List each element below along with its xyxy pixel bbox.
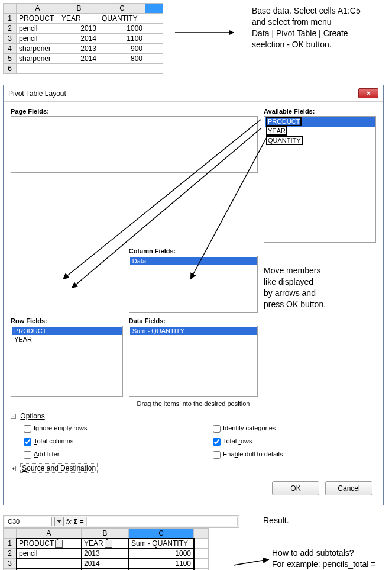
- row-field-item[interactable]: YEAR: [12, 335, 122, 343]
- column-fields-listbox[interactable]: Data: [129, 256, 258, 313]
- cell[interactable]: [194, 559, 209, 569]
- row-header[interactable]: 5: [4, 54, 17, 64]
- cell[interactable]: [194, 539, 209, 549]
- cell[interactable]: [145, 64, 163, 74]
- col-header-a[interactable]: A: [17, 4, 59, 14]
- col-header-extra[interactable]: [194, 529, 209, 539]
- row-header[interactable]: 2: [4, 24, 17, 34]
- cell[interactable]: PRODUCT: [17, 14, 59, 24]
- cell[interactable]: 800: [99, 54, 145, 64]
- row-header[interactable]: 3: [4, 34, 17, 44]
- cell[interactable]: YEAR: [59, 14, 99, 24]
- row-header[interactable]: 1: [4, 539, 17, 549]
- cell[interactable]: [59, 64, 99, 74]
- cell[interactable]: [145, 14, 163, 24]
- available-field-item[interactable]: PRODUCT: [265, 117, 375, 127]
- cell[interactable]: 2013: [59, 24, 99, 34]
- options-expander[interactable]: − Options: [11, 412, 376, 420]
- formula-input[interactable]: [86, 517, 238, 526]
- cell[interactable]: 2014: [82, 559, 129, 569]
- annotation-line: seelction - OK button.: [252, 39, 361, 50]
- col-header-b[interactable]: B: [59, 4, 99, 14]
- formula-bar: C30 fx Σ =: [3, 515, 239, 528]
- drag-message: Drag the items into the desired position: [11, 400, 376, 407]
- arrow-icon: [234, 559, 269, 565]
- cell[interactable]: Sum - QUANTITY: [129, 539, 194, 549]
- col-header-c[interactable]: C: [99, 4, 145, 14]
- data-fields-listbox[interactable]: Sum - QUANTITY: [129, 326, 258, 397]
- cell[interactable]: 1000: [129, 549, 194, 559]
- row-header[interactable]: 1: [4, 14, 17, 24]
- ok-button[interactable]: OK: [272, 481, 319, 495]
- data-field-item[interactable]: Sum - QUANTITY: [130, 327, 257, 335]
- cell[interactable]: [145, 54, 163, 64]
- row-header[interactable]: 6: [4, 64, 17, 74]
- cell[interactable]: [194, 549, 209, 559]
- cell[interactable]: 1100: [129, 559, 194, 569]
- fx-icon[interactable]: fx: [66, 518, 72, 525]
- cell[interactable]: 1000: [99, 24, 145, 34]
- cell[interactable]: 2014: [59, 34, 99, 44]
- cell[interactable]: [145, 34, 163, 44]
- col-header-a[interactable]: A: [17, 529, 82, 539]
- identify-categories-checkbox[interactable]: Identify categories: [210, 424, 276, 431]
- available-field-item[interactable]: YEAR: [265, 127, 375, 136]
- cell[interactable]: 2013: [82, 549, 129, 559]
- cell[interactable]: pencil: [17, 34, 59, 44]
- cell[interactable]: [145, 24, 163, 34]
- corner-cell[interactable]: [4, 529, 17, 539]
- filter-dropdown[interactable]: [55, 540, 63, 548]
- column-field-item[interactable]: Data: [130, 257, 257, 265]
- cell[interactable]: sharpener: [17, 44, 59, 54]
- cell[interactable]: [145, 44, 163, 54]
- annotation-line: and select from menu: [252, 17, 361, 28]
- cell[interactable]: 2013: [59, 44, 99, 54]
- annotation-line: by arrows and: [264, 288, 376, 299]
- field-label: YEAR: [266, 126, 287, 136]
- col-header-c[interactable]: C: [129, 529, 194, 539]
- cell[interactable]: 1100: [99, 34, 145, 44]
- total-columns-checkbox[interactable]: Total columns: [21, 437, 73, 445]
- row-header[interactable]: 4: [4, 44, 17, 54]
- cell[interactable]: [99, 64, 145, 74]
- row-field-item[interactable]: PRODUCT: [12, 327, 122, 335]
- annotation-line: Base data. Select cells A1:C5: [252, 5, 361, 17]
- result-sheet[interactable]: A B C 1 PRODUCT YEAR Sum - QUANTITY 2 pe…: [3, 528, 209, 570]
- corner-cell[interactable]: [4, 4, 17, 14]
- source-destination-expander[interactable]: + Source and Destination: [11, 463, 376, 473]
- row-header[interactable]: 2: [4, 549, 17, 559]
- cell[interactable]: sharpener: [17, 54, 59, 64]
- collapse-icon: −: [11, 414, 16, 419]
- cancel-button[interactable]: Cancel: [325, 481, 372, 495]
- ignore-empty-rows-checkbox[interactable]: IIgnore empty rowsgnore empty rows: [21, 424, 88, 431]
- cell[interactable]: PRODUCT: [17, 539, 82, 549]
- cell[interactable]: QUANTITY: [99, 14, 145, 24]
- cell[interactable]: 2014: [59, 54, 99, 64]
- col-header-extra[interactable]: [145, 4, 163, 14]
- available-field-item[interactable]: QUANTITY: [265, 136, 375, 146]
- filter-dropdown[interactable]: [105, 540, 112, 548]
- cell[interactable]: YEAR: [82, 539, 129, 549]
- available-fields-label: Available Fields:: [264, 108, 376, 115]
- cell[interactable]: 900: [99, 44, 145, 54]
- row-fields-listbox[interactable]: PRODUCT YEAR: [11, 326, 123, 397]
- add-filter-checkbox[interactable]: Add filter: [21, 450, 59, 458]
- cell-reference-box[interactable]: C30: [5, 517, 52, 526]
- available-fields-listbox[interactable]: PRODUCT YEAR QUANTITY: [264, 116, 376, 243]
- close-button[interactable]: ✕: [358, 88, 378, 98]
- base-data-sheet[interactable]: A B C 1 PRODUCT YEAR QUANTITY 2 pencil 2…: [3, 3, 163, 74]
- row-header[interactable]: 3: [4, 559, 17, 569]
- total-rows-checkbox[interactable]: Total rows: [210, 437, 252, 445]
- name-box-dropdown[interactable]: [54, 517, 64, 526]
- col-header-b[interactable]: B: [82, 529, 129, 539]
- cell[interactable]: [17, 64, 59, 74]
- equals-icon[interactable]: =: [80, 518, 83, 525]
- cell[interactable]: pencil: [17, 24, 59, 34]
- sigma-icon[interactable]: Σ: [74, 518, 78, 525]
- enable-drill-checkbox[interactable]: Enable drill to details: [210, 450, 283, 458]
- cell[interactable]: pencil: [17, 549, 82, 559]
- annotation-line: like displayed: [264, 276, 376, 288]
- cell[interactable]: [17, 559, 82, 569]
- page-fields-listbox[interactable]: [11, 116, 258, 173]
- page-fields-label: Page Fields:: [11, 108, 258, 115]
